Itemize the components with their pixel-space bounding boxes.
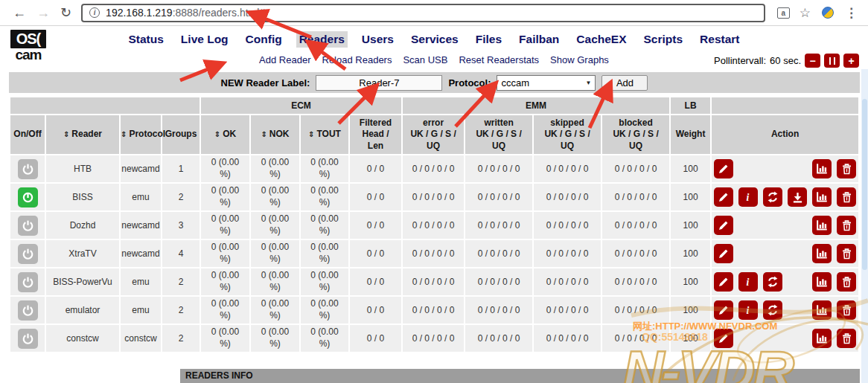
- cell-error: 0 / 0 / 0 / 0: [403, 212, 464, 239]
- cell-reader[interactable]: XtraTV: [46, 240, 119, 267]
- download-icon: [791, 191, 804, 204]
- info-button[interactable]: i: [738, 187, 758, 207]
- cell-ok: 0 (0.00 %): [201, 240, 249, 267]
- back-icon[interactable]: ←: [13, 6, 26, 19]
- power-toggle-off[interactable]: [18, 244, 38, 264]
- nav-item-users[interactable]: Users: [359, 31, 397, 48]
- edit-button[interactable]: [714, 244, 733, 263]
- nav-item-failban[interactable]: Failban: [516, 31, 562, 48]
- poll-increase-button[interactable]: +: [843, 54, 859, 68]
- power-toggle-off[interactable]: [18, 300, 38, 321]
- extension-icon[interactable]: [822, 7, 834, 19]
- browser-menu-icon[interactable]: ⋮: [845, 5, 858, 21]
- stats-button[interactable]: [812, 244, 832, 263]
- bookmark-star-icon[interactable]: ☆: [800, 5, 811, 21]
- delete-button[interactable]: [837, 187, 856, 207]
- sort-icon[interactable]: ⇕: [214, 130, 220, 138]
- cell-skipped: 0 / 0 / 0 / 0: [534, 184, 601, 210]
- nav-item-config[interactable]: Config: [243, 31, 285, 48]
- stats-button[interactable]: [812, 159, 832, 178]
- scrollbar-thumb[interactable]: [862, 99, 867, 270]
- stats-button[interactable]: [812, 216, 832, 235]
- forward-icon[interactable]: →: [36, 6, 50, 19]
- cell-reader[interactable]: emulator: [46, 297, 119, 324]
- power-toggle-off[interactable]: [18, 329, 38, 349]
- poll-pause-button[interactable]: [824, 54, 840, 68]
- cell-reader[interactable]: HTB: [46, 155, 119, 182]
- subnav-item-reset-readerstats[interactable]: Reset Readerstats: [459, 54, 539, 65]
- translate-icon[interactable]: a: [777, 7, 790, 19]
- delete-button[interactable]: [837, 329, 856, 348]
- action-slot: [811, 212, 834, 239]
- subnav-item-add-reader[interactable]: Add Reader: [259, 54, 310, 65]
- nav-item-cacheex[interactable]: CacheEX: [573, 31, 629, 48]
- cell-written: 0 / 0 / 0 / 0: [465, 184, 532, 210]
- cell-reader[interactable]: BISS: [46, 184, 119, 210]
- page-scrollbar[interactable]: [861, 69, 868, 383]
- cell-reader[interactable]: constcw: [46, 325, 119, 352]
- nav-item-status[interactable]: Status: [125, 31, 166, 48]
- cell-reader[interactable]: Dozhd: [46, 212, 119, 239]
- readers-table-wrap: ECMEMMLBOn/Off⇕Reader⇕ProtocolGroups⇕OK⇕…: [9, 96, 860, 353]
- nav-item-services[interactable]: Services: [408, 31, 462, 48]
- power-toggle-off[interactable]: [18, 159, 38, 179]
- power-icon: [21, 275, 35, 289]
- cell-protocol: newcamd: [121, 155, 161, 182]
- refresh-button[interactable]: [763, 272, 782, 292]
- group-header-emm: EMM: [403, 97, 669, 114]
- add-reader-button[interactable]: Add: [601, 75, 648, 91]
- edit-button[interactable]: [714, 187, 733, 207]
- new-reader-input[interactable]: [316, 75, 442, 91]
- edit-button[interactable]: [714, 159, 733, 178]
- stats-button[interactable]: [812, 272, 832, 292]
- delete-button[interactable]: [837, 216, 856, 235]
- sort-icon[interactable]: ⇕: [308, 130, 314, 138]
- reload-icon[interactable]: ↻: [60, 6, 71, 19]
- delete-button[interactable]: [837, 159, 856, 178]
- poll-decrease-button[interactable]: −: [805, 54, 820, 68]
- cell-weight: 100: [671, 240, 710, 267]
- download-button[interactable]: [788, 187, 807, 207]
- cell-groups: 2: [162, 297, 200, 324]
- sort-icon[interactable]: ⇕: [261, 130, 267, 138]
- subnav-item-scan-usb[interactable]: Scan USB: [403, 54, 447, 65]
- address-bar[interactable]: i 192.168.1.219 :8888/readers.html#: [81, 4, 765, 22]
- subnav-item-reload-readers[interactable]: Reload Readers: [322, 54, 392, 65]
- delete-button[interactable]: [837, 300, 856, 320]
- info-button[interactable]: i: [738, 300, 758, 320]
- cell-groups: 3: [162, 212, 200, 239]
- col-header-filtered: Filtered Head / Len: [350, 115, 401, 154]
- delete-button[interactable]: [837, 244, 856, 263]
- col-header-nok: ⇕NOK: [251, 115, 299, 154]
- nav-item-scripts[interactable]: Scripts: [641, 31, 686, 48]
- table-row-dozhd: Dozhdnewcamd30 (0.00 %)0 (0.00 %)0 (0.00…: [10, 212, 858, 239]
- protocol-select[interactable]: cccam ▼: [497, 75, 596, 91]
- info-button[interactable]: i: [738, 272, 758, 292]
- cell-skipped: 0 / 0 / 0 / 0: [534, 325, 601, 352]
- stats-button[interactable]: [812, 300, 832, 320]
- pause-icon: [829, 57, 835, 65]
- page-info-icon[interactable]: i: [89, 7, 100, 18]
- nav-item-files[interactable]: Files: [473, 31, 505, 48]
- power-toggle-off[interactable]: [18, 272, 38, 292]
- power-toggle-on[interactable]: [18, 187, 38, 207]
- refresh-button[interactable]: [763, 300, 782, 320]
- sort-icon[interactable]: ⇕: [121, 130, 127, 138]
- subnav-item-show-graphs[interactable]: Show Graphs: [550, 54, 609, 65]
- delete-button[interactable]: [837, 272, 856, 292]
- cell-reader[interactable]: BISS-PowerVu: [46, 268, 119, 295]
- stats-button[interactable]: [812, 329, 832, 348]
- edit-button[interactable]: [714, 216, 733, 235]
- nav-item-restart[interactable]: Restart: [697, 31, 742, 48]
- sort-icon[interactable]: ⇕: [63, 130, 69, 138]
- stats-icon: [815, 247, 829, 260]
- stats-button[interactable]: [812, 187, 832, 207]
- refresh-button[interactable]: [763, 187, 782, 207]
- edit-button[interactable]: [714, 300, 733, 320]
- nav-item-readers[interactable]: Readers: [296, 31, 348, 48]
- cell-nok: 0 (0.00 %): [251, 184, 299, 210]
- edit-button[interactable]: [714, 272, 733, 292]
- nav-item-live-log[interactable]: Live Log: [178, 31, 232, 48]
- power-toggle-off[interactable]: [18, 216, 38, 236]
- action-slot: i: [736, 184, 759, 210]
